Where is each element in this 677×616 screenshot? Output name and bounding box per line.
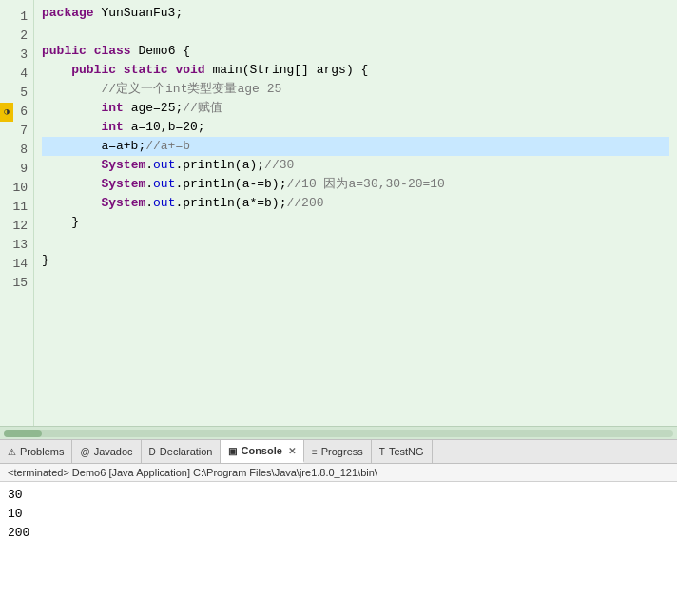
tab-icon-console: ▣ — [228, 446, 237, 456]
code-line: } — [42, 251, 669, 270]
console-line: 200 — [8, 524, 669, 543]
tab-problems[interactable]: ⚠ Problems — [0, 440, 72, 463]
tab-label-progress: Progress — [321, 446, 363, 457]
line-num-7: 7 — [8, 122, 28, 141]
console-output: 3010200 — [0, 482, 677, 616]
line-numbers: 123456789101112131415◑ — [0, 0, 34, 426]
console-header: <terminated> Demo6 [Java Application] C:… — [0, 464, 677, 482]
tab-progress[interactable]: ≡ Progress — [304, 440, 372, 463]
console-line: 30 — [8, 486, 669, 505]
code-line — [42, 270, 669, 289]
code-line — [42, 232, 669, 251]
tab-icon-testng: T — [379, 447, 385, 457]
gutter-marker: ◑ — [0, 103, 13, 122]
tab-console[interactable]: ▣ Console ✕ — [221, 440, 303, 463]
tab-icon-declaration: D — [149, 447, 156, 457]
code-line: System.out.println(a-=b);//10 因为a=30,30-… — [42, 175, 669, 194]
tab-testng[interactable]: T TestNG — [372, 440, 433, 463]
line-num-8: 8 — [8, 141, 28, 160]
console-area: <terminated> Demo6 [Java Application] C:… — [0, 464, 677, 616]
code-content[interactable]: package YunSuanFu3; public class Demo6 {… — [34, 0, 677, 426]
code-line: public static void main(String[] args) { — [42, 61, 669, 80]
line-num-2: 2 — [8, 27, 28, 46]
code-line: int a=10,b=20; — [42, 118, 669, 137]
tab-javadoc[interactable]: @ Javadoc — [72, 440, 141, 463]
code-line: } — [42, 213, 669, 232]
code-line: //定义一个int类型变量age 25 — [42, 80, 669, 99]
line-num-10: 10 — [8, 179, 28, 198]
tab-label-problems: Problems — [20, 446, 64, 457]
tab-declaration[interactable]: D Declaration — [142, 440, 222, 463]
tab-label-console: Console — [241, 445, 281, 456]
line-num-1: 1 — [8, 8, 28, 27]
console-line: 10 — [8, 505, 669, 524]
tab-icon-javadoc: @ — [80, 447, 89, 457]
tab-icon-problems: ⚠ — [8, 447, 16, 457]
editor-area: 123456789101112131415◑ package YunSuanFu… — [0, 0, 677, 439]
code-line: System.out.println(a*=b);//200 — [42, 194, 669, 213]
line-num-13: 13 — [8, 236, 28, 255]
line-num-15: 15 — [8, 274, 28, 293]
tab-label-declaration: Declaration — [160, 446, 213, 457]
tab-label-testng: TestNG — [389, 446, 424, 457]
scrollbar-track[interactable] — [4, 430, 673, 437]
line-num-14: 14 — [8, 255, 28, 274]
editor-scrollbar[interactable] — [0, 426, 677, 439]
line-num-11: 11 — [8, 198, 28, 217]
code-line — [42, 23, 669, 42]
line-num-5: 5 — [8, 84, 28, 103]
line-num-4: 4 — [8, 65, 28, 84]
tab-bar: ⚠ Problems @ Javadoc D Declaration ▣ Con… — [0, 439, 677, 464]
line-num-3: 3 — [8, 46, 28, 65]
tab-close-console[interactable]: ✕ — [288, 446, 296, 456]
line-num-12: 12 — [8, 217, 28, 236]
code-container: 123456789101112131415◑ package YunSuanFu… — [0, 0, 677, 426]
code-line: System.out.println(a);//30 — [42, 156, 669, 175]
code-line: int age=25;//赋值 — [42, 99, 669, 118]
line-num-9: 9 — [8, 160, 28, 179]
code-line: public class Demo6 { — [42, 42, 669, 61]
tab-label-javadoc: Javadoc — [94, 446, 133, 457]
scrollbar-thumb[interactable] — [4, 430, 42, 437]
code-line: package YunSuanFu3; — [42, 4, 669, 23]
code-line: a=a+b;//a+=b — [42, 137, 669, 156]
tab-icon-progress: ≡ — [312, 447, 318, 457]
